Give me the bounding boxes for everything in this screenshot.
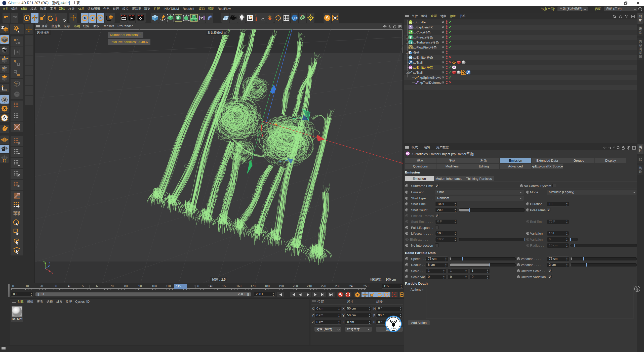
svg-text:Z: Z (99, 16, 101, 20)
svg-text:X: X (51, 272, 53, 275)
svg-text:P: P (386, 293, 388, 297)
svg-text:S: S (3, 97, 6, 102)
svg-text:Y: Y (91, 16, 94, 20)
svg-text:S: S (3, 107, 6, 111)
svg-text:QR: QR (292, 16, 297, 20)
svg-text:( ): ( ) (3, 158, 6, 162)
svg-text:X: X (84, 16, 86, 20)
svg-text:S: S (326, 16, 329, 20)
svg-text:行走者: 行走者 (391, 327, 396, 329)
svg-text:Z: Z (49, 262, 50, 265)
svg-text:Y: Y (43, 261, 45, 264)
svg-text:S: S (3, 116, 6, 120)
